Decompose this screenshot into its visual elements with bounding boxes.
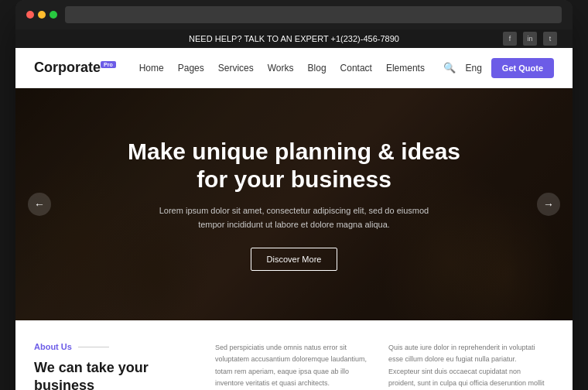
- text-column-3: Quis aute iure dolor in reprehenderit in…: [381, 342, 554, 390]
- text-column-2: Sed perspiciatis unde omnis natus error …: [207, 342, 381, 390]
- logo-text: Corporate: [34, 60, 101, 75]
- hero-title: Make unique planning & ideas for your bu…: [128, 138, 460, 193]
- nav-works[interactable]: Works: [268, 63, 294, 74]
- language-selector[interactable]: Eng: [465, 63, 481, 74]
- nav-links: Home Pages Services Works Blog Contact E…: [139, 63, 444, 74]
- arrow-left-icon: ←: [34, 198, 45, 210]
- about-title-line1: We can take your business: [34, 360, 149, 390]
- instagram-icon[interactable]: in: [523, 32, 537, 46]
- discover-more-button[interactable]: Discover More: [251, 248, 338, 271]
- hero-section: ← Make unique planning & ideas for your …: [15, 88, 573, 320]
- nav-home[interactable]: Home: [139, 63, 164, 74]
- arrow-right-icon: →: [543, 198, 554, 210]
- col3-text: Quis aute iure dolor in reprehenderit in…: [388, 342, 546, 390]
- nav-contact[interactable]: Contact: [340, 63, 372, 74]
- hero-title-line2: for your business: [197, 166, 391, 192]
- social-icons-group: f in t: [503, 32, 557, 46]
- get-quote-button[interactable]: Get Quote: [491, 58, 554, 78]
- hero-subtitle: Lorem ipsum dolor sit amet, consectetur …: [155, 204, 433, 231]
- about-column: About Us We can take your business to th…: [34, 342, 207, 390]
- close-button[interactable]: [26, 11, 34, 19]
- about-label: About Us: [34, 342, 192, 351]
- col2-text: Sed perspiciatis unde omnis natus error …: [215, 342, 373, 389]
- window-controls: [26, 11, 57, 19]
- nav-blog[interactable]: Blog: [308, 63, 326, 74]
- nav-pages[interactable]: Pages: [178, 63, 204, 74]
- navbar: CorporatePro Home Pages Services Works B…: [15, 48, 573, 88]
- search-icon[interactable]: 🔍: [443, 62, 456, 74]
- twitter-icon[interactable]: t: [543, 32, 557, 46]
- hero-title-line1: Make unique planning & ideas: [128, 139, 460, 164]
- website-content: NEED HELP? TALK TO AN EXPERT +1(232)-456…: [15, 29, 573, 390]
- minimize-button[interactable]: [38, 11, 46, 19]
- hero-content: Make unique planning & ideas for your bu…: [112, 138, 476, 270]
- nav-services[interactable]: Services: [218, 63, 254, 74]
- logo-badge: Pro: [101, 61, 116, 68]
- hero-prev-button[interactable]: ←: [28, 193, 51, 216]
- hero-next-button[interactable]: →: [537, 193, 560, 216]
- nav-elements[interactable]: Elements: [386, 63, 425, 74]
- bottom-section: About Us We can take your business to th…: [15, 320, 573, 390]
- logo[interactable]: CorporatePro: [34, 60, 116, 76]
- browser-bar: [15, 0, 573, 29]
- browser-window: NEED HELP? TALK TO AN EXPERT +1(232)-456…: [15, 0, 573, 390]
- url-bar[interactable]: [65, 6, 562, 23]
- announcement-text: NEED HELP? TALK TO AN EXPERT +1(232)-456…: [189, 34, 399, 43]
- facebook-icon[interactable]: f: [503, 32, 517, 46]
- about-title: We can take your business to the next le…: [34, 359, 192, 390]
- maximize-button[interactable]: [50, 11, 57, 19]
- nav-right: 🔍 Eng Get Quote: [443, 58, 554, 78]
- announcement-bar: NEED HELP? TALK TO AN EXPERT +1(232)-456…: [15, 29, 573, 48]
